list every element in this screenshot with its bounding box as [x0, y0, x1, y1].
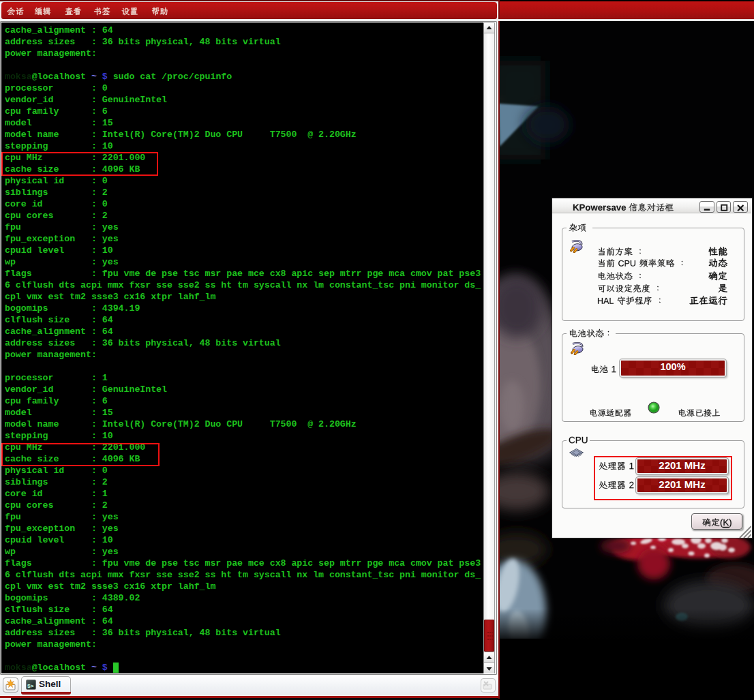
- svg-text:$>: $>: [27, 683, 34, 689]
